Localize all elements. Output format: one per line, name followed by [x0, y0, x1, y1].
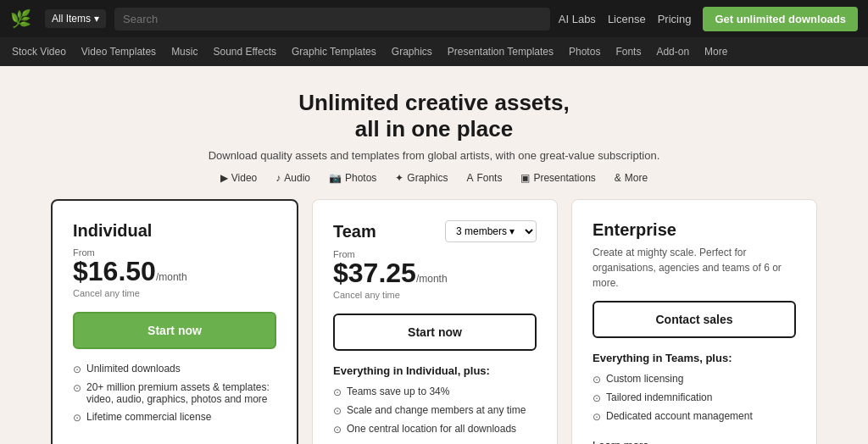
hero-fonts-icon[interactable]: A Fonts [466, 172, 502, 184]
check-icon-1: ⊙ [73, 364, 81, 375]
enterprise-feature-indemnification: ⊙ Tailored indemnification [593, 391, 796, 404]
hero-graphics-icon[interactable]: ✦ Graphics [395, 172, 448, 184]
hero-more-icon[interactable]: & More [615, 172, 648, 184]
ai-labs-link[interactable]: AI Labs [559, 13, 596, 25]
feature-commercial-license: ⊙ Lifetime commercial license [73, 411, 276, 424]
enterprise-learn-more-link[interactable]: Learn more [593, 439, 648, 444]
hero-photos-icon[interactable]: 📷 Photos [329, 172, 376, 184]
team-feature-central: ⊙ One central location for all downloads [333, 423, 537, 436]
pricing-link[interactable]: Pricing [658, 13, 692, 25]
subnav-music[interactable]: Music [171, 46, 198, 58]
subnav-presentation-templates[interactable]: Presentation Templates [448, 46, 554, 58]
subnav-more[interactable]: More [704, 46, 727, 58]
team-price: $37.25/month [333, 259, 448, 286]
hero-category-icons: ▶ Video ♪ Audio 📷 Photos ✦ Graphics A Fo… [0, 172, 868, 184]
hero-audio-icon[interactable]: ♪ Audio [275, 172, 310, 184]
hero-video-icon[interactable]: ▶ Video [220, 172, 257, 184]
individual-cta-button[interactable]: Start now [73, 312, 276, 349]
subnav-video-templates[interactable]: Video Templates [81, 46, 156, 58]
team-plan-card: Team 3 members ▾5 members10 members From… [312, 199, 558, 444]
nav-right: AI Labs License Pricing Get unlimited do… [559, 7, 858, 31]
hero-presentations-icon[interactable]: ▣ Presentations [520, 172, 595, 184]
enterprise-plan-title: Enterprise [593, 220, 796, 240]
check-icon-7: ⊙ [593, 374, 601, 386]
team-cta-button[interactable]: Start now [333, 314, 537, 351]
enterprise-cta-button[interactable]: Contact sales [593, 301, 796, 338]
envato-logo: 🌿 [10, 8, 31, 29]
enterprise-desc: Create at mighty scale. Perfect for orga… [593, 245, 796, 291]
search-input[interactable] [114, 8, 550, 31]
enterprise-feature-custom: ⊙ Custom licensing [593, 373, 796, 386]
get-unlimited-button[interactable]: Get unlimited downloads [703, 7, 858, 31]
enterprise-plan-card: Enterprise Create at mighty scale. Perfe… [571, 199, 817, 444]
hero-subtitle: Download quality assets and templates fr… [0, 149, 868, 162]
subnav-fonts[interactable]: Fonts [615, 46, 641, 58]
pricing-cards: Individual From $16.50/month Cancel any … [0, 199, 868, 444]
enterprise-feature-account: ⊙ Dedicated account management [593, 410, 796, 423]
check-icon-6: ⊙ [333, 424, 342, 436]
subnav-sound-effects[interactable]: Sound Effects [213, 46, 276, 58]
enterprise-subtitle: Everything in Teams, plus: [593, 352, 796, 364]
team-cancel: Cancel any time [333, 290, 537, 300]
subnav-photos[interactable]: Photos [569, 46, 600, 58]
check-icon-3: ⊙ [73, 412, 81, 424]
check-icon-4: ⊙ [333, 386, 342, 398]
individual-plan-card: Individual From $16.50/month Cancel any … [51, 199, 298, 444]
license-link[interactable]: License [608, 13, 646, 25]
hero-title: Unlimited creative assets, all in one pl… [0, 90, 868, 142]
subnav-graphics[interactable]: Graphics [392, 46, 432, 58]
team-plan-title: Team [333, 222, 376, 241]
individual-price: $16.50/month [73, 258, 187, 285]
check-icon-9: ⊙ [593, 411, 601, 423]
team-subtitle: Everything in Individual, plus: [333, 364, 537, 377]
check-icon-2: ⊙ [73, 382, 81, 394]
check-icon-8: ⊙ [593, 392, 601, 404]
feature-unlimited-downloads: ⊙ Unlimited downloads [73, 363, 276, 375]
main-nav: 🌿 All Items ▾ AI Labs License Pricing Ge… [0, 0, 868, 37]
check-icon-5: ⊙ [333, 405, 342, 417]
feature-premium-assets: ⊙ 20+ million premium assets & templates… [73, 381, 276, 405]
subnav-graphic-templates[interactable]: Graphic Templates [292, 46, 376, 58]
members-dropdown[interactable]: 3 members ▾5 members10 members [445, 220, 537, 242]
team-card-header: Team 3 members ▾5 members10 members [333, 220, 537, 242]
sub-nav: Stock Video Video Templates Music Sound … [0, 37, 868, 66]
subnav-stock-video[interactable]: Stock Video [12, 46, 66, 58]
subnav-addon[interactable]: Add-on [656, 46, 689, 58]
individual-plan-title: Individual [73, 221, 276, 241]
individual-cancel: Cancel any time [73, 288, 276, 298]
hero-section: Unlimited creative assets, all in one pl… [0, 66, 868, 199]
team-feature-save: ⊙ Teams save up to 34% [333, 386, 537, 398]
team-features: Everything in Individual, plus: ⊙ Teams … [333, 364, 537, 436]
all-items-dropdown[interactable]: All Items ▾ [45, 9, 106, 28]
individual-features: ⊙ Unlimited downloads ⊙ 20+ million prem… [73, 363, 276, 424]
enterprise-features: Everything in Teams, plus: ⊙ Custom lice… [593, 352, 796, 444]
team-feature-scale: ⊙ Scale and change members at any time [333, 404, 537, 417]
